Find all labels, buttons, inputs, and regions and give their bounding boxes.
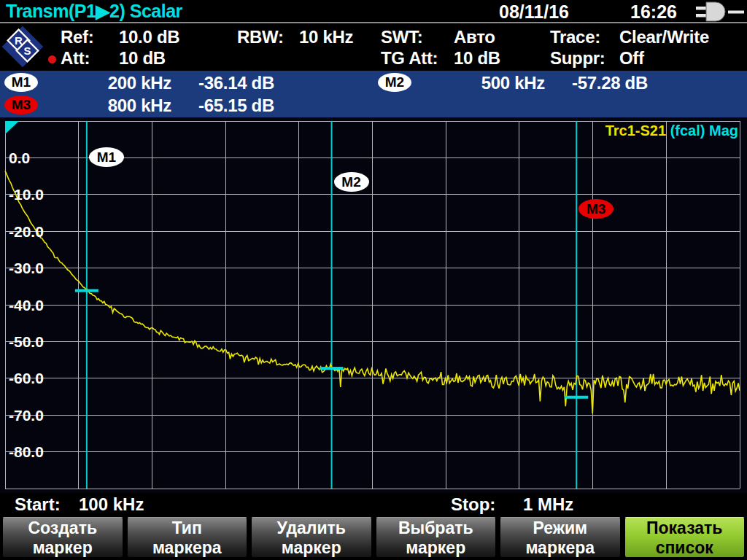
- y-axis-tick-label: -50.0: [9, 333, 44, 350]
- setting-value-1: 10 kHz: [299, 27, 353, 47]
- title-bar: Transm(P1▶2) Scalar 08/11/16 16:26: [0, 0, 747, 22]
- chart-area: 0.0-10.0-20.0-30.0-40.0-50.0-60.0-70.0-8…: [0, 117, 747, 493]
- marker-badge-m3: M3: [4, 96, 38, 114]
- chart-marker-badge-m2[interactable]: M2: [334, 172, 369, 192]
- start-label: Start:: [15, 494, 61, 515]
- setting-label-rbw: RBW:: [237, 27, 284, 47]
- marker-freq-m3: 800 kHz: [58, 96, 171, 116]
- softkey-показать-список[interactable]: Показатьсписок: [624, 517, 746, 558]
- rohde-schwarz-logo: R S: [1, 24, 45, 69]
- marker-tick-m2: [320, 367, 344, 370]
- ac-plug-icon: [696, 1, 746, 22]
- y-axis-tick-label: -60.0: [9, 370, 44, 386]
- y-axis-tick-label: 0.0: [9, 149, 30, 166]
- softkey-bar: СоздатьмаркерТипмаркераУдалитьмаркерВыбр…: [0, 516, 747, 560]
- setting-label-tgatt: TG Att:: [381, 48, 438, 69]
- trace-name-label: Trc1-S21: [605, 122, 666, 139]
- softkey-создать-маркер[interactable]: Создатьмаркер: [2, 517, 123, 558]
- svg-text:S: S: [23, 44, 31, 57]
- softkey-line: маркер: [252, 538, 371, 558]
- measurement-title: Transm(P1▶2) Scalar: [6, 1, 182, 22]
- att-indicator-dot: [48, 55, 56, 63]
- time-label: 16:26: [630, 1, 677, 23]
- grid-lines: [5, 121, 740, 489]
- ref-level-arrow-icon: [5, 121, 19, 134]
- chart-marker-badge-m3[interactable]: M3: [578, 199, 614, 219]
- marker-level-m2: -57.28 dB: [553, 73, 648, 93]
- start-value: 100 kHz: [79, 494, 144, 515]
- stop-label: Stop:: [451, 494, 495, 515]
- marker-freq-m1: 200 kHz: [58, 73, 171, 93]
- chart-marker-badge-m1[interactable]: M1: [89, 147, 124, 167]
- analyzer-screen: Transm(P1▶2) Scalar 08/11/16 16:26 R S R…: [0, 0, 747, 560]
- y-axis-tick-label: -70.0: [9, 407, 44, 424]
- marker-freq-m2: 500 kHz: [432, 73, 545, 93]
- marker-badge-m1: M1: [4, 73, 38, 92]
- softkey-line: Показать: [625, 518, 745, 538]
- setting-label-ref: Ref:: [61, 27, 93, 47]
- softkey-line: Создать: [3, 518, 123, 538]
- stop-value: 1 MHz: [523, 494, 573, 515]
- date-label: 08/11/16: [499, 1, 569, 23]
- y-axis-tick-label: -30.0: [9, 260, 44, 276]
- y-axis-tick-label: -10.0: [9, 186, 44, 203]
- y-axis-tick-label: -40.0: [9, 297, 44, 314]
- marker-tick-m1: [75, 289, 98, 292]
- softkey-line: маркер: [3, 538, 123, 558]
- setting-value-0: 10.0 dB: [119, 27, 179, 47]
- marker-tick-m3: [565, 396, 588, 399]
- softkey-line: Режим: [500, 518, 620, 538]
- softkey-выбрать-маркер[interactable]: Выбратьмаркер: [376, 517, 497, 558]
- softkey-line: маркера: [128, 538, 247, 558]
- setting-label-att: Att:: [61, 48, 90, 69]
- setting-value-2: Авто: [454, 27, 495, 47]
- y-axis-tick-label: -80.0: [9, 443, 44, 460]
- svg-text:R: R: [15, 34, 23, 47]
- y-axis-tick-label: -20.0: [9, 223, 44, 240]
- setting-value-5: 10 dB: [454, 48, 500, 69]
- softkey-line: Тип: [128, 518, 247, 538]
- settings-header: R S Ref:10.0 dBRBW:10 kHzSWT:АвтоTrace:C…: [0, 23, 747, 71]
- marker-table: M1200 kHz-36.14 dBM2500 kHz-57.28 dBM380…: [0, 71, 747, 117]
- marker-level-m1: -36.14 dB: [179, 73, 274, 93]
- softkey-режим-маркера[interactable]: Режиммаркера: [500, 517, 621, 558]
- marker-badge-m2: M2: [378, 73, 411, 92]
- softkey-line: маркер: [376, 538, 496, 558]
- softkey-line: Удалить: [252, 518, 371, 538]
- softkey-удалить-маркер[interactable]: Удалитьмаркер: [251, 517, 372, 558]
- trace-mode-label: (fcal) Mag: [666, 122, 738, 139]
- frequency-range-bar: Start: 100 kHz Stop: 1 MHz: [0, 493, 747, 516]
- marker-level-m3: -65.15 dB: [179, 96, 274, 116]
- softkey-line: Выбрать: [376, 518, 496, 538]
- setting-value-3: Clear/Write: [619, 27, 709, 47]
- setting-label-swt: SWT:: [381, 27, 422, 47]
- setting-label-suppr: Suppr:: [550, 48, 605, 69]
- softkey-тип-маркера[interactable]: Типмаркера: [127, 517, 248, 558]
- softkey-line: список: [625, 538, 745, 558]
- setting-label-trace: Trace:: [550, 27, 600, 47]
- setting-value-6: Off: [619, 48, 644, 69]
- setting-value-4: 10 dB: [119, 48, 166, 69]
- softkey-line: маркера: [500, 538, 620, 558]
- trace-label: Trc1-S21 (fcal) Mag: [605, 122, 738, 139]
